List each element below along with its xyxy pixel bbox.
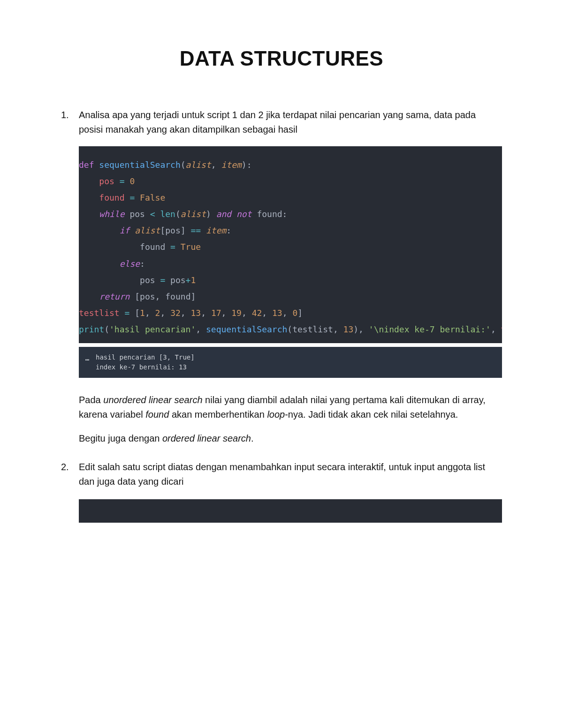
question-prompt: Edit salah satu script diatas dengan men… (79, 460, 502, 489)
code-line: testlist = [1, 2, 32, 13, 17, 19, 42, 13… (79, 305, 502, 321)
code-line: return [pos, found] (79, 288, 502, 305)
code-line: def sequentialSearch(alist, item): (79, 157, 502, 173)
code-line: pos = 0 (79, 173, 502, 189)
question-prompt: Analisa apa yang terjadi untuk script 1 … (79, 108, 502, 137)
question-item-2: 2. Edit salah satu script diatas dengan … (61, 460, 502, 523)
code-line: pos = pos+1 (79, 272, 502, 288)
code-line: if alist[pos] == item: (79, 222, 502, 239)
code-line: print('hasil pencarian', sequentialSearc… (79, 321, 502, 338)
code-block-empty (79, 499, 502, 523)
question-list: 1. Analisa apa yang terjadi untuk script… (61, 108, 502, 523)
code-line: else: (79, 255, 502, 272)
output-ellipsis-icon: … (79, 353, 96, 372)
question-item-1: 1. Analisa apa yang terjadi untuk script… (61, 108, 502, 446)
code-output: … hasil pencarian [3, True] index ke-7 b… (79, 347, 502, 378)
explanation-paragraph: Begitu juga dengan ordered linear search… (79, 431, 502, 446)
code-block: def sequentialSearch(alist, item): pos =… (79, 146, 502, 343)
output-lines: hasil pencarian [3, True] index ke-7 ber… (96, 353, 195, 372)
question-number: 2. (61, 460, 69, 474)
code-line: found = False (79, 189, 502, 206)
code-line: found = True (79, 239, 502, 255)
document-page: DATA STRUCTURES 1. Analisa apa yang terj… (0, 0, 563, 728)
question-number: 1. (61, 108, 69, 122)
page-title: DATA STRUCTURES (61, 47, 502, 70)
explanation-paragraph: Pada unordered linear search nilai yang … (79, 393, 502, 422)
code-line: while pos < len(alist) and not found: (79, 206, 502, 222)
